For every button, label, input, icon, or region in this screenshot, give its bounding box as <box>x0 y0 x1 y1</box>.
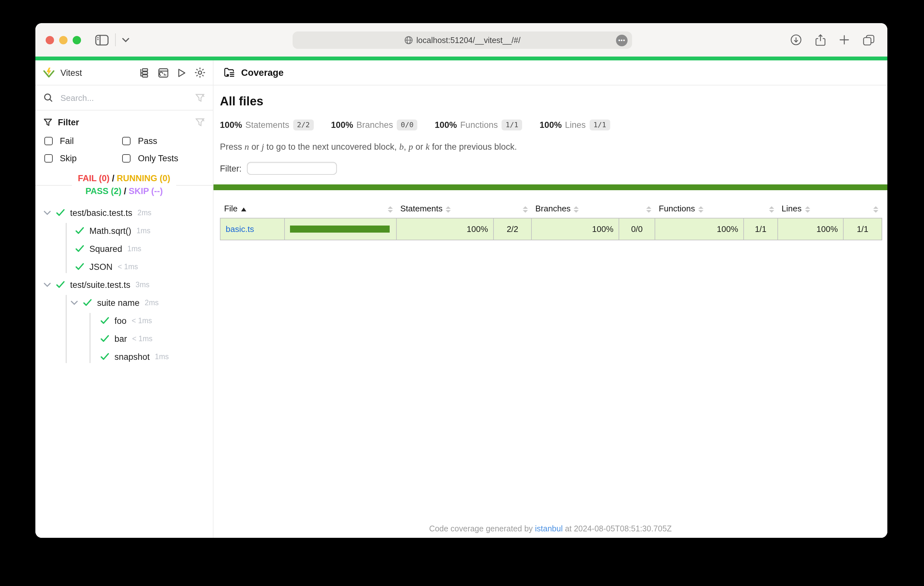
statements-abs-sorter[interactable] <box>493 200 531 218</box>
test-label: test/basic.test.ts <box>70 208 132 217</box>
tree-item-test[interactable]: bar < 1ms <box>35 330 213 347</box>
app-title: Vitest <box>61 68 82 77</box>
tree-item-file[interactable]: test/suite.test.ts 3ms <box>35 276 213 294</box>
downloads-icon[interactable] <box>790 34 802 46</box>
lines-abs-sorter[interactable] <box>843 200 882 218</box>
functions-abs-sorter[interactable] <box>744 200 778 218</box>
globe-icon <box>404 36 412 44</box>
tree-item-file[interactable]: test/basic.test.ts 2ms <box>35 204 213 222</box>
test-duration: 1ms <box>137 227 150 235</box>
bar-column-sorter[interactable] <box>285 200 396 218</box>
all-files-heading: All files <box>220 94 881 109</box>
tree-item-test[interactable]: foo < 1ms <box>35 312 213 330</box>
test-duration: < 1ms <box>118 263 138 270</box>
test-summary: FAIL (0) / RUNNING (0) PASS (2) / SKIP (… <box>35 172 213 198</box>
page-settings-button[interactable]: ••• <box>616 35 627 46</box>
only-tests-checkbox-label: Only Tests <box>138 153 178 163</box>
lines-stat: 100% Lines 1/1 <box>540 120 610 130</box>
test-label: test/suite.test.ts <box>70 280 130 290</box>
checkbox-only-tests[interactable]: Only Tests <box>122 153 205 163</box>
run-all-icon[interactable] <box>177 68 186 77</box>
coverage-stats: 100% Statements 2/2 100% Branches 0/0 10… <box>220 120 881 130</box>
branches-pct-cell: 100% <box>531 218 619 240</box>
pass-check-icon <box>75 245 84 252</box>
functions-pct-cell: 100% <box>655 218 744 240</box>
tree-item-test[interactable]: snapshot 1ms <box>35 347 213 365</box>
sidebar-chevron-down-icon[interactable] <box>122 38 129 42</box>
lines-column-header[interactable]: Lines <box>778 200 843 218</box>
fail-count: FAIL (0) <box>78 173 110 183</box>
branches-column-header[interactable]: Branches <box>531 200 619 218</box>
browser-window: localhost:51204/__vitest__/#/ ••• <box>35 23 887 538</box>
share-icon[interactable] <box>815 34 826 46</box>
zoom-window-button[interactable] <box>73 36 81 44</box>
dashboard-icon[interactable] <box>158 68 168 77</box>
statements-column-header[interactable]: Statements <box>396 200 493 218</box>
branches-abs-cell: 0/0 <box>619 218 655 240</box>
statements-pct: 100% <box>220 120 242 130</box>
statements-fraction: 2/2 <box>293 120 314 130</box>
address-bar[interactable]: localhost:51204/__vitest__/#/ ••• <box>292 31 632 49</box>
chevron-down-icon[interactable] <box>44 282 51 287</box>
pass-check-icon <box>75 227 84 235</box>
branches-abs-sorter[interactable] <box>619 200 655 218</box>
expand-tree-icon[interactable] <box>140 68 150 77</box>
tree-item-test[interactable]: Squared 1ms <box>35 240 213 258</box>
coverage-filter-input[interactable] <box>247 162 337 175</box>
pass-check-icon <box>56 209 65 217</box>
sort-icon[interactable] <box>523 206 528 212</box>
chevron-down-icon[interactable] <box>71 300 78 305</box>
branches-stat: 100% Branches 0/0 <box>331 120 417 130</box>
clear-search-filter-icon[interactable] <box>195 94 205 102</box>
tab-overview-icon[interactable] <box>863 35 874 45</box>
only-tests-checkbox-box[interactable] <box>122 154 131 163</box>
tree-item-suite[interactable]: suite name 2ms <box>35 294 213 312</box>
clear-filter-icon[interactable] <box>195 118 205 127</box>
istanbul-link[interactable]: istanbul <box>535 524 563 533</box>
file-column-header[interactable]: File <box>220 200 285 218</box>
checkbox-fail[interactable]: Fail <box>45 136 122 146</box>
sort-icon[interactable] <box>388 206 393 212</box>
functions-column-header[interactable]: Functions <box>655 200 744 218</box>
skip-checkbox-box[interactable] <box>45 154 53 163</box>
test-tree: test/basic.test.ts 2ms Math.sqrt() 1ms <box>35 198 213 538</box>
fail-checkbox-label: Fail <box>60 136 74 146</box>
pass-checkbox-box[interactable] <box>122 137 131 145</box>
sort-icon[interactable] <box>446 206 451 212</box>
minimize-window-button[interactable] <box>59 36 68 44</box>
lines-label: Lines <box>565 120 586 130</box>
sort-icon[interactable] <box>574 206 579 212</box>
sort-icon[interactable] <box>698 206 703 212</box>
sort-icon[interactable] <box>646 206 651 212</box>
sort-icon[interactable] <box>805 206 810 212</box>
test-label: JSON <box>89 262 112 272</box>
test-duration: < 1ms <box>132 335 152 342</box>
sort-icon[interactable] <box>873 206 878 212</box>
filter-panel: Filter Fail <box>35 110 213 167</box>
statements-pct-cell: 100% <box>396 218 493 240</box>
sort-icon[interactable] <box>769 206 774 212</box>
coverage-bar <box>290 226 389 233</box>
coverage-panel: Coverage All files 100% Statements 2/2 1… <box>213 60 887 538</box>
chevron-down-icon[interactable] <box>44 211 51 215</box>
sidebar-toggle-icon[interactable] <box>95 35 109 45</box>
branches-fraction: 0/0 <box>397 120 417 130</box>
test-duration: 1ms <box>127 245 141 252</box>
tree-item-test[interactable]: JSON < 1ms <box>35 258 213 276</box>
checkbox-skip[interactable]: Skip <box>45 153 122 163</box>
close-window-button[interactable] <box>46 36 54 44</box>
search-bar <box>35 86 213 110</box>
new-tab-icon[interactable] <box>839 35 850 45</box>
test-label: Squared <box>89 244 122 253</box>
theme-toggle-sun-icon[interactable] <box>195 67 205 78</box>
tree-item-test[interactable]: Math.sqrt() 1ms <box>35 222 213 240</box>
fail-checkbox-box[interactable] <box>45 137 53 145</box>
search-input[interactable] <box>59 92 195 103</box>
file-link[interactable]: basic.ts <box>226 224 254 234</box>
pass-check-icon <box>75 263 84 270</box>
functions-label: Functions <box>460 120 498 130</box>
coverage-status-line <box>213 184 887 190</box>
checkbox-pass[interactable]: Pass <box>122 136 205 146</box>
skip-checkbox-label: Skip <box>60 153 77 163</box>
pass-check-icon <box>100 353 109 360</box>
